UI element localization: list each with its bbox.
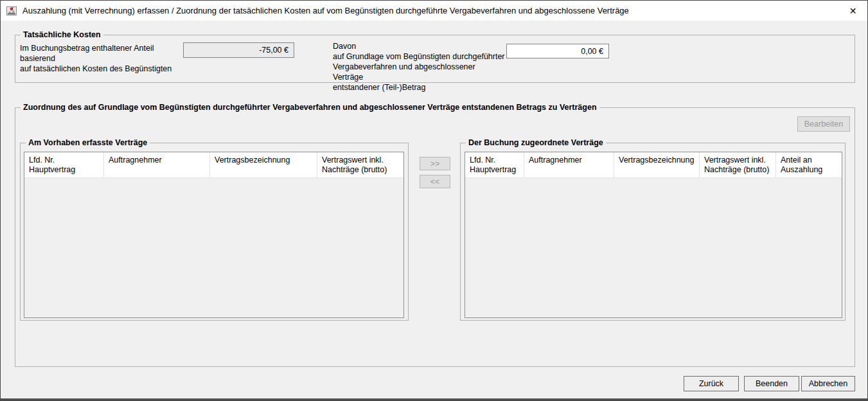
available-contracts-table[interactable]: Lfd. Nr. Hauptvertrag Auftragnehmer Vert…: [24, 152, 404, 318]
move-left-button[interactable]: <<: [420, 175, 450, 188]
taskbar-edge: [1, 398, 867, 400]
assignment-group-title: Zuordnung des auf Grundlage vom Begünsti…: [21, 102, 599, 112]
column-header-lfd-nr[interactable]: Lfd. Nr. Hauptvertrag: [465, 152, 524, 177]
column-header-lfd-nr[interactable]: Lfd. Nr. Hauptvertrag: [24, 152, 104, 177]
finish-button[interactable]: Beenden: [744, 376, 799, 391]
column-header-vertragsbezeichnung[interactable]: Vertragsbezeichnung: [210, 152, 317, 177]
booking-share-field: [183, 42, 294, 58]
booking-share-label: Im Buchungsbetrag enthaltener Anteil bas…: [20, 43, 181, 74]
assignment-group: Zuordnung des auf Grundlage vom Begünsti…: [15, 107, 855, 367]
actual-costs-group-title: Tatsächliche Kosten: [21, 30, 103, 40]
assigned-contracts-table[interactable]: Lfd. Nr. Hauptvertrag Auftragnehmer Vert…: [465, 152, 842, 318]
available-contracts-table-header: Lfd. Nr. Hauptvertrag Auftragnehmer Vert…: [24, 152, 403, 178]
close-button[interactable]: ✕: [838, 1, 867, 21]
available-contracts-group-title: Am Vorhaben erfasste Verträge: [26, 138, 150, 148]
assigned-contracts-group: Der Buchung zugeordnete Verträge Lfd. Nr…: [460, 143, 846, 321]
davon-label: Davon auf Grundlage vom Begünstigten dur…: [333, 41, 506, 93]
column-header-vertragsbezeichnung[interactable]: Vertragsbezeichnung: [614, 152, 700, 177]
column-header-auftragnehmer[interactable]: Auftragnehmer: [524, 152, 614, 177]
move-right-button[interactable]: >>: [420, 157, 450, 170]
column-header-vertragswert[interactable]: Vertragswert inkl. Nachträge (brutto): [317, 152, 403, 177]
assigned-contracts-table-header: Lfd. Nr. Hauptvertrag Auftragnehmer Vert…: [465, 152, 842, 178]
assigned-contracts-table-body[interactable]: [465, 178, 842, 317]
titlebar: Auszahlung (mit Verrechnung) erfassen / …: [1, 1, 867, 21]
available-contracts-table-body[interactable]: [24, 178, 403, 317]
actual-costs-group: Tatsächliche Kosten Im Buchungsbetrag en…: [15, 35, 855, 83]
available-contracts-group: Am Vorhaben erfasste Verträge Lfd. Nr. H…: [20, 143, 409, 321]
back-button[interactable]: Zurück: [684, 376, 739, 391]
column-header-vertragswert[interactable]: Vertragswert inkl. Nachträge (brutto): [700, 152, 776, 177]
assigned-contracts-group-title: Der Buchung zugeordnete Verträge: [466, 138, 606, 148]
edit-button[interactable]: Bearbeiten: [797, 116, 850, 132]
davon-amount-input[interactable]: [506, 44, 609, 58]
dialog-window: Auszahlung (mit Verrechnung) erfassen / …: [0, 0, 868, 401]
app-icon: [6, 6, 17, 16]
cancel-button[interactable]: Abbrechen: [801, 376, 855, 391]
window-title: Auszahlung (mit Verrechnung) erfassen / …: [22, 6, 629, 15]
column-header-auftragnehmer[interactable]: Auftragnehmer: [104, 152, 210, 177]
column-header-anteil[interactable]: Anteil an Auszahlung: [776, 152, 842, 177]
close-icon: ✕: [849, 6, 857, 16]
